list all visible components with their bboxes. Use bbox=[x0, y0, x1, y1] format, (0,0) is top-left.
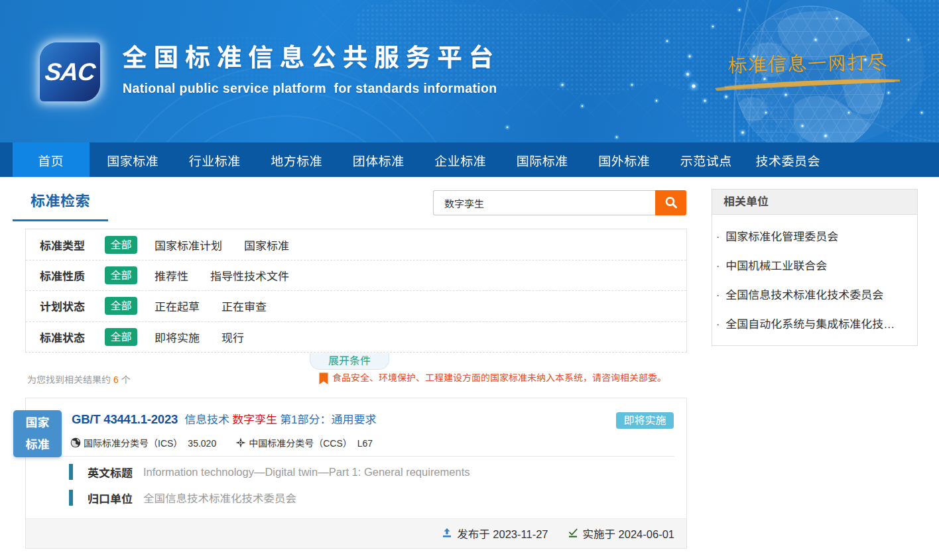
card-footer: 发布于 2023-11-27 实施于 2024-06-01 bbox=[26, 518, 686, 548]
page: SAC 全国标准信息公共服务平台 National public service… bbox=[0, 0, 939, 560]
competent-unit-value: 全国信息技术标准化技术委员会 bbox=[143, 490, 296, 506]
search-button[interactable] bbox=[655, 190, 686, 215]
english-title-row: 英文标题 Information technology—Digital twin… bbox=[69, 464, 470, 480]
card-divider bbox=[38, 456, 674, 457]
published-date-value: 2023-11-27 bbox=[493, 528, 548, 540]
sac-logo-text: SAC bbox=[38, 58, 101, 86]
english-title-label: 英文标题 bbox=[88, 464, 133, 480]
nav-item-foreign-standards[interactable]: 国外标准 bbox=[584, 142, 666, 177]
bullet-icon: · bbox=[716, 319, 720, 330]
filter-label: 标准状态 bbox=[40, 329, 85, 345]
bullet-icon: · bbox=[716, 290, 720, 301]
section-tab-label: 标准检索 bbox=[31, 189, 90, 210]
related-unit-label: 中国机械工业联合会 bbox=[725, 260, 827, 272]
filter-row-standard-type: 标准类型 全部 国家标准计划国家标准 bbox=[26, 229, 686, 260]
filter-label: 计划状态 bbox=[40, 298, 85, 314]
bullet-icon: · bbox=[716, 260, 720, 272]
expand-conditions-button[interactable]: 展开条件 bbox=[310, 353, 389, 370]
ics-label: 国际标准分类号（ICS） bbox=[84, 438, 182, 449]
standard-code: GB/T 43441.1-2023 bbox=[72, 412, 178, 426]
english-title-value: Information technology—Digital twin—Part… bbox=[143, 466, 470, 478]
published-label: 发布于 bbox=[457, 528, 490, 540]
system-notice: 食品安全、环境保护、工程建设方面的国家标准未纳入本系统，请咨询相关部委。 bbox=[319, 371, 666, 385]
filter-label: 标准类型 bbox=[40, 237, 85, 253]
status-badge: 即将实施 bbox=[616, 412, 674, 429]
globe-icon bbox=[70, 437, 81, 448]
nav-item-technical-committees[interactable]: 技术委员会 bbox=[747, 142, 830, 177]
filter-panel: 标准类型 全部 国家标准计划国家标准 标准性质 全部 推荐性指导性技术文件 计划… bbox=[25, 229, 687, 353]
publish-icon bbox=[442, 528, 452, 538]
related-unit-label: 全国信息技术标准化技术委员会 bbox=[725, 289, 883, 302]
implemented-text: 实施于 2024-06-01 bbox=[583, 526, 675, 541]
nav-item-industry-standards[interactable]: 行业标准 bbox=[174, 142, 256, 177]
ics-value: 35.020 bbox=[188, 438, 216, 449]
result-title[interactable]: GB/T 43441.1-2023信息技术数字孪生第1部分：通用要求 bbox=[72, 410, 377, 427]
site-header: SAC 全国标准信息公共服务平台 National public service… bbox=[0, 0, 939, 142]
filter-row-plan-status: 计划状态 全部 正在起草正在审查 bbox=[26, 290, 686, 321]
filter-option[interactable]: 国家标准 bbox=[244, 237, 289, 253]
filter-option[interactable]: 正在起草 bbox=[155, 298, 200, 314]
filter-option[interactable]: 指导性技术文件 bbox=[210, 267, 289, 284]
section-tab-underline bbox=[13, 219, 108, 221]
nav-item-pilot-programs[interactable]: 示范试点 bbox=[665, 142, 747, 177]
related-unit-item[interactable]: ·中国机械工业联合会 bbox=[712, 252, 917, 281]
nav-item-international-standards[interactable]: 国际标准 bbox=[501, 142, 584, 177]
related-unit-item[interactable]: ·国家标准化管理委员会 bbox=[712, 223, 917, 252]
filter-all-button[interactable]: 全部 bbox=[105, 328, 137, 346]
search-input[interactable] bbox=[433, 190, 655, 215]
category-badge-line: 国家 bbox=[13, 412, 62, 434]
competent-unit-label: 归口单位 bbox=[88, 490, 133, 506]
nav-item-label: 行业标准 bbox=[189, 151, 241, 169]
related-units-panel: 相关单位 ·国家标准化管理委员会 ·中国机械工业联合会 ·全国信息技术标准化技术… bbox=[712, 189, 918, 346]
filter-option[interactable]: 正在审查 bbox=[221, 298, 267, 314]
classification-row: 国际标准分类号（ICS）35.020 中国标准分类号（CCS）L67 bbox=[70, 436, 373, 449]
implemented-label: 实施于 bbox=[583, 528, 616, 540]
filter-option[interactable]: 推荐性 bbox=[155, 267, 188, 284]
related-unit-item[interactable]: ·全国信息技术标准化技术委员会 bbox=[712, 281, 917, 310]
nav-item-label: 团体标准 bbox=[353, 151, 405, 169]
main-nav: 首页 国家标准 行业标准 地方标准 团体标准 企业标准 国际标准 国外标准 示范… bbox=[0, 142, 939, 177]
nav-item-national-standards[interactable]: 国家标准 bbox=[92, 142, 174, 177]
filter-all-button[interactable]: 全部 bbox=[105, 297, 137, 315]
bookmark-icon bbox=[319, 372, 328, 385]
expand-conditions-label: 展开条件 bbox=[328, 355, 371, 366]
nav-item-group-standards[interactable]: 团体标准 bbox=[338, 142, 420, 177]
magnifier-icon bbox=[664, 196, 678, 210]
filter-row-standard-nature: 标准性质 全部 推荐性指导性技术文件 bbox=[26, 260, 686, 290]
filter-option[interactable]: 国家标准计划 bbox=[155, 237, 222, 253]
section-tab-standard-search[interactable]: 标准检索 bbox=[13, 187, 108, 221]
result-count: 6 bbox=[111, 374, 121, 385]
result-summary-prefix: 为您找到相关结果约 bbox=[27, 374, 111, 385]
filter-all-button[interactable]: 全部 bbox=[105, 236, 137, 254]
nav-item-label: 国外标准 bbox=[598, 151, 650, 169]
filter-option[interactable]: 即将实施 bbox=[155, 329, 200, 345]
compass-icon bbox=[235, 437, 246, 448]
site-title: 全国标准信息公共服务平台 bbox=[122, 44, 500, 72]
related-unit-item[interactable]: ·全国自动化系统与集成标准化技… bbox=[712, 310, 917, 339]
header-slogan: 标准信息一网打尽 bbox=[727, 48, 889, 78]
result-summary-suffix: 个 bbox=[121, 374, 131, 385]
filter-all-button[interactable]: 全部 bbox=[105, 266, 137, 284]
nav-item-label: 首页 bbox=[38, 151, 64, 169]
title-segment: 第1部分：通用要求 bbox=[280, 414, 376, 426]
implement-icon bbox=[568, 528, 578, 538]
nav-item-local-standards[interactable]: 地方标准 bbox=[256, 142, 338, 177]
published-date: 发布于 2023-11-27 bbox=[442, 526, 548, 541]
sac-logo[interactable]: SAC bbox=[40, 42, 100, 101]
nav-item-label: 国际标准 bbox=[517, 151, 568, 169]
site-subtitle: National public service platform for sta… bbox=[123, 80, 497, 96]
title-keyword-highlight: 数字孪生 bbox=[232, 414, 277, 426]
related-units-title: 相关单位 bbox=[712, 190, 917, 215]
related-units-list: ·国家标准化管理委员会 ·中国机械工业联合会 ·全国信息技术标准化技术委员会 ·… bbox=[712, 215, 917, 339]
bullet-icon: · bbox=[716, 231, 720, 243]
nav-item-home[interactable]: 首页 bbox=[10, 142, 92, 177]
category-badge: 国家 标准 bbox=[13, 410, 62, 457]
ics-classification: 国际标准分类号（ICS）35.020 bbox=[84, 436, 216, 449]
competent-unit-row: 归口单位 全国信息技术标准化技术委员会 bbox=[69, 490, 296, 506]
nav-item-enterprise-standards[interactable]: 企业标准 bbox=[420, 142, 502, 177]
filter-option[interactable]: 现行 bbox=[221, 329, 244, 345]
system-notice-text: 食品安全、环境保护、工程建设方面的国家标准未纳入本系统，请咨询相关部委。 bbox=[332, 371, 666, 385]
nav-item-label: 技术委员会 bbox=[755, 151, 820, 169]
title-segment: 信息技术 bbox=[184, 414, 229, 426]
category-badge-line: 标准 bbox=[13, 434, 62, 456]
